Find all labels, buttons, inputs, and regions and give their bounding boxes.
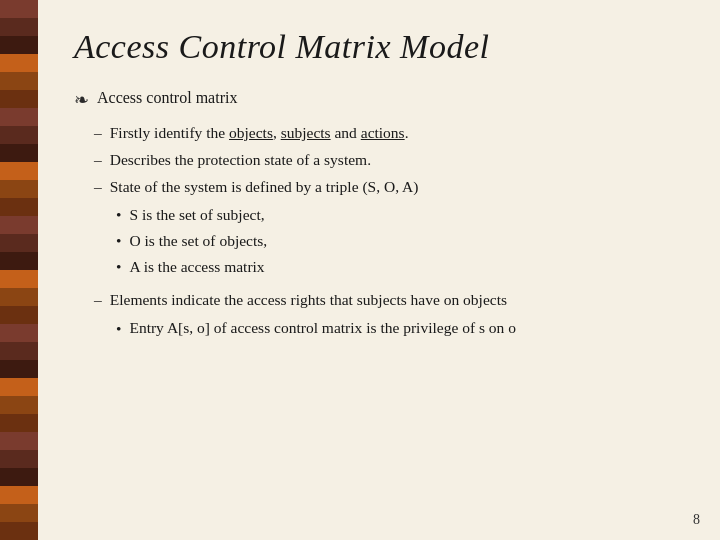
dash-icon: – xyxy=(94,148,102,172)
bullet-text: A is the access matrix xyxy=(129,255,264,279)
bullet-text: Entry A[s, o] of access control matrix i… xyxy=(129,316,516,340)
sub-sub-list: • Entry A[s, o] of access control matrix… xyxy=(116,316,516,343)
bullet-icon: • xyxy=(116,203,121,227)
dash-icon: – xyxy=(94,288,102,312)
item4-text: Elements indicate the access rights that… xyxy=(110,288,507,312)
page-number: 8 xyxy=(693,512,700,528)
decorative-border xyxy=(0,0,38,540)
sub-list: – Firstly identify the objects, subjects… xyxy=(94,121,684,347)
item2-text: Describes the protection state of a syst… xyxy=(110,148,371,172)
item1-text: Firstly identify the objects, subjects a… xyxy=(110,121,409,145)
list-item: • O is the set of objects, xyxy=(116,229,267,253)
bullet-icon: • xyxy=(116,229,121,253)
list-item: • A is the access matrix xyxy=(116,255,267,279)
bullet-text: O is the set of objects, xyxy=(129,229,267,253)
bullet-icon: • xyxy=(116,255,121,279)
bullet-icon: • xyxy=(116,317,121,341)
list-item: • S is the set of subject, xyxy=(116,203,267,227)
bullet-text: S is the set of subject, xyxy=(129,203,264,227)
content-area: ❧ Access control matrix – Firstly identi… xyxy=(74,86,684,520)
list-item: – Describes the protection state of a sy… xyxy=(94,148,684,172)
slide-content: Access Control Matrix Model ❧ Access con… xyxy=(38,0,720,540)
dash-icon: – xyxy=(94,175,102,199)
objects-text: objects xyxy=(229,124,273,141)
item3-text: State of the system is defined by a trip… xyxy=(110,175,419,199)
sub-sub-list: • S is the set of subject, • O is the se… xyxy=(116,203,267,281)
list-item: – State of the system is defined by a tr… xyxy=(94,175,684,285)
actions-text: actions xyxy=(361,124,405,141)
dash-icon: – xyxy=(94,121,102,145)
list-item: – Firstly identify the objects, subjects… xyxy=(94,121,684,145)
list-item: – Elements indicate the access rights th… xyxy=(94,288,684,347)
top-level-text: Access control matrix xyxy=(97,86,237,111)
subjects-text: subjects xyxy=(281,124,331,141)
top-level-item: ❧ Access control matrix xyxy=(74,86,684,115)
list-item: • Entry A[s, o] of access control matrix… xyxy=(116,316,516,341)
fleur-icon: ❧ xyxy=(74,87,89,115)
slide-title: Access Control Matrix Model xyxy=(74,28,684,66)
